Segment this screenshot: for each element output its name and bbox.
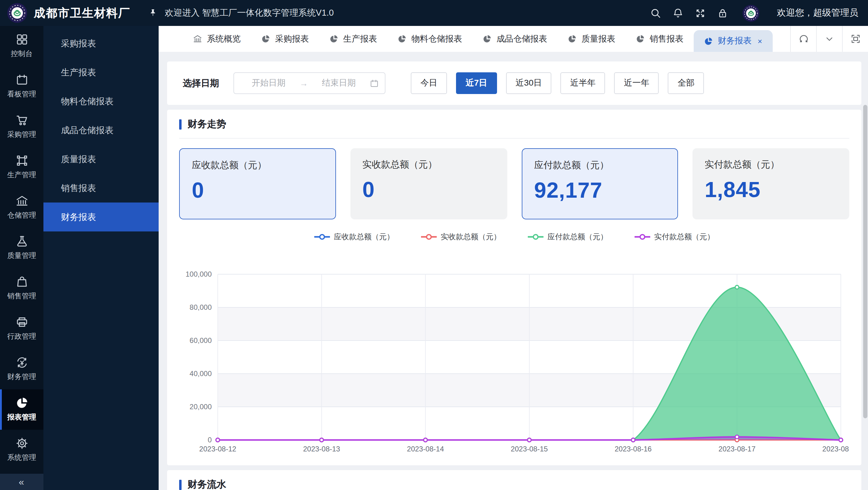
submenu-item-销售报表[interactable]: 销售报表 (43, 173, 159, 202)
tab-label: 生产报表 (343, 33, 377, 44)
lock-icon[interactable] (717, 7, 728, 19)
tab-label: 销售报表 (650, 33, 683, 44)
bell-icon[interactable] (673, 7, 683, 19)
legend-marker-icon (314, 233, 330, 240)
chevron-down-icon[interactable] (816, 26, 842, 52)
submenu-item-质量报表[interactable]: 质量报表 (43, 145, 159, 173)
finance-trend-chart: 020,00040,00060,00080,000100,0002023-08-… (179, 245, 849, 466)
end-date-placeholder[interactable]: 结束日期 (310, 78, 367, 89)
bank-icon (16, 195, 28, 207)
tab-采购报表[interactable]: 采购报表 (251, 26, 319, 52)
submenu-item-物料仓储报表[interactable]: 物料仓储报表 (43, 87, 159, 116)
sidebar-item-label: 控制台 (11, 49, 33, 59)
legend-item-应收款总额（元）[interactable]: 应收款总额（元） (314, 232, 394, 242)
svg-text:2023-08-18: 2023-08-18 (823, 445, 849, 453)
range-button-近30日[interactable]: 近30日 (506, 72, 552, 94)
tab-质量报表[interactable]: 质量报表 (557, 26, 625, 52)
sidebar-item-label: 销售管理 (7, 291, 36, 301)
sidebar-item-label: 财务管理 (7, 372, 36, 382)
svg-text:0: 0 (208, 436, 212, 444)
sidebar-item-生产管理[interactable]: 生产管理 (0, 147, 43, 188)
fullscreen-icon[interactable] (695, 7, 706, 19)
range-button-全部[interactable]: 全部 (668, 72, 704, 94)
legend-label: 应付款总额（元） (548, 232, 608, 242)
tab-财务报表[interactable]: 财务报表× (694, 30, 772, 52)
bag-icon (16, 275, 28, 288)
tab-bar: 系统概览采购报表生产报表物料仓储报表成品仓储报表质量报表销售报表财务报表× (159, 26, 868, 52)
flow-section-title: 财务流水 (179, 479, 849, 490)
svg-text:2023-08-15: 2023-08-15 (511, 445, 548, 453)
welcome-text: 欢迎进入 智慧工厂一体化数字管理系统V1.0 (165, 7, 334, 19)
svg-text:80,000: 80,000 (190, 303, 212, 311)
sidebar-item-行政管理[interactable]: 行政管理 (0, 308, 43, 349)
main-area: 系统概览采购报表生产报表物料仓储报表成品仓储报表质量报表销售报表财务报表× 选择… (159, 26, 868, 490)
stat-cards: 应收款总额（元）0实收款总额（元）0应付款总额（元）92,177实付款总额（元）… (179, 148, 849, 219)
pin-icon[interactable] (148, 8, 157, 18)
vertical-scrollbar[interactable] (863, 105, 867, 418)
stat-card-应付款总额（元）: 应付款总额（元）92,177 (522, 148, 678, 219)
refresh-icon[interactable] (790, 26, 816, 52)
svg-text:2023-08-14: 2023-08-14 (407, 445, 444, 453)
svg-text:60,000: 60,000 (190, 336, 212, 345)
tab-成品仓储报表[interactable]: 成品仓储报表 (472, 26, 557, 52)
submenu-item-生产报表[interactable]: 生产报表 (43, 58, 159, 87)
pie-icon (329, 34, 338, 43)
tab-label: 财务报表 (718, 36, 752, 46)
trend-section-title: 财务走势 (179, 118, 849, 131)
quick-range-buttons: 今日近7日近30日近半年近一年全部 (411, 72, 704, 94)
tab-物料仓储报表[interactable]: 物料仓储报表 (387, 26, 472, 52)
flow-title-text: 财务流水 (188, 479, 226, 490)
sidebar-item-仓储管理[interactable]: 仓储管理 (0, 188, 43, 228)
sidebar-item-label: 生产管理 (7, 170, 36, 180)
sidebar-item-质量管理[interactable]: 质量管理 (0, 228, 43, 268)
range-button-今日[interactable]: 今日 (411, 72, 447, 94)
start-date-placeholder[interactable]: 开始日期 (240, 78, 297, 89)
sidebar-item-系统管理[interactable]: 系统管理 (0, 430, 43, 470)
title-accent-bar (179, 480, 182, 490)
legend-marker-icon (527, 233, 543, 240)
sidebar-item-控制台[interactable]: 控制台 (0, 26, 43, 66)
submenu-item-成品仓储报表[interactable]: 成品仓储报表 (43, 116, 159, 145)
avatar[interactable] (743, 4, 760, 22)
sidebar-item-label: 采购管理 (7, 130, 36, 140)
maximize-icon[interactable] (842, 26, 868, 52)
legend-item-实收款总额（元）[interactable]: 实收款总额（元） (421, 232, 501, 242)
app-root: 成都市卫生材料厂 欢迎进入 智慧工厂一体化数字管理系统V1.0 欢迎您，超级管理… (0, 0, 868, 490)
date-range-input[interactable]: 开始日期 → 结束日期 (234, 72, 385, 94)
flask-icon (16, 235, 28, 248)
tab-系统概览[interactable]: 系统概览 (183, 26, 251, 52)
range-button-近一年[interactable]: 近一年 (614, 72, 659, 94)
sidebar-item-报表管理[interactable]: 报表管理 (0, 389, 43, 430)
legend-item-应付款总额（元）[interactable]: 应付款总额（元） (527, 232, 608, 242)
tab-tools (790, 26, 868, 52)
calendar-icon (16, 73, 28, 86)
user-greeting: 欢迎您，超级管理员 (777, 7, 858, 19)
money-cycle-icon (16, 356, 28, 369)
submenu-item-采购报表[interactable]: 采购报表 (43, 29, 159, 58)
company-name: 成都市卫生材料厂 (34, 5, 130, 21)
sidebar-item-采购管理[interactable]: 采购管理 (0, 107, 43, 147)
sidebar-item-财务管理[interactable]: 财务管理 (0, 349, 43, 389)
date-filter-label: 选择日期 (183, 77, 219, 89)
sidebar-item-销售管理[interactable]: 销售管理 (0, 268, 43, 308)
sidebar-item-label: 系统管理 (7, 453, 36, 463)
submenu-item-财务报表[interactable]: 财务报表 (43, 202, 159, 231)
stat-value: 92,177 (534, 178, 665, 203)
range-button-近7日[interactable]: 近7日 (456, 72, 497, 94)
legend-marker-icon (421, 233, 436, 240)
range-button-近半年[interactable]: 近半年 (561, 72, 605, 94)
collapse-sidebar-button[interactable]: « (0, 474, 43, 490)
sidebar-item-label: 仓储管理 (7, 210, 36, 221)
page-content: 选择日期 开始日期 → 结束日期 今日近7日近30日近半年近一年全部 财务走势 … (159, 52, 868, 490)
tab-销售报表[interactable]: 销售报表 (625, 26, 694, 52)
divider (179, 138, 849, 139)
legend-item-实付款总额（元）[interactable]: 实付款总额（元） (634, 232, 714, 242)
topbar-tools: 欢迎您，超级管理员 (650, 4, 868, 22)
search-icon[interactable] (650, 7, 661, 19)
bank-icon (193, 34, 202, 43)
tab-生产报表[interactable]: 生产报表 (319, 26, 387, 52)
sidebar-item-看板管理[interactable]: 看板管理 (0, 66, 43, 107)
close-icon[interactable]: × (757, 36, 762, 45)
sidebar-item-label: 看板管理 (7, 89, 36, 99)
stat-value: 0 (192, 178, 323, 203)
